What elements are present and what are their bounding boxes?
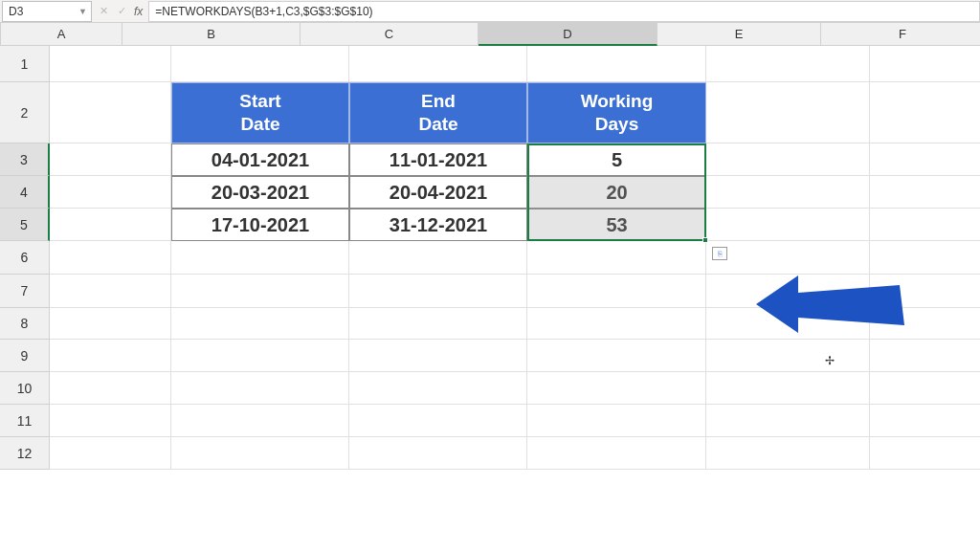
cell-F3[interactable] bbox=[870, 143, 980, 176]
cell-B12[interactable] bbox=[171, 437, 349, 470]
autofill-options-icon[interactable]: ⎘ bbox=[712, 247, 727, 260]
cell-E6[interactable] bbox=[706, 241, 870, 275]
spreadsheet-grid[interactable]: ABCDEF 123456789101112 Start DateEnd Dat… bbox=[0, 23, 980, 46]
cell-F7[interactable] bbox=[870, 275, 980, 308]
cell-D7[interactable] bbox=[527, 275, 706, 308]
cell-E3[interactable] bbox=[706, 143, 870, 176]
cell-F2[interactable] bbox=[870, 82, 980, 143]
formula-input[interactable]: =NETWORKDAYS(B3+1,C3,$G$3:$G$10) bbox=[148, 1, 980, 22]
cell-D11[interactable] bbox=[527, 405, 706, 437]
cell-E5[interactable] bbox=[706, 209, 870, 241]
row-header-6[interactable]: 6 bbox=[0, 241, 50, 275]
cell-end-date-4[interactable]: 20-04-2021 bbox=[349, 176, 527, 209]
cell-C1[interactable] bbox=[349, 46, 527, 82]
cell-D9[interactable] bbox=[527, 340, 706, 372]
col-header-C[interactable]: C bbox=[301, 23, 479, 46]
row-header-10[interactable]: 10 bbox=[0, 372, 50, 405]
row-header-1[interactable]: 1 bbox=[0, 46, 50, 82]
cell-E8[interactable] bbox=[706, 308, 870, 340]
header-working-days[interactable]: Working Days bbox=[527, 82, 706, 143]
cell-E9[interactable] bbox=[706, 340, 870, 372]
cell-E11[interactable] bbox=[706, 405, 870, 437]
cell-A5[interactable] bbox=[50, 209, 171, 241]
cell-A12[interactable] bbox=[50, 437, 171, 470]
cell-B11[interactable] bbox=[171, 405, 349, 437]
cell-F11[interactable] bbox=[870, 405, 980, 437]
row-header-5[interactable]: 5 bbox=[0, 209, 50, 241]
col-header-D[interactable]: D bbox=[479, 23, 657, 46]
row-header-2[interactable]: 2 bbox=[0, 82, 50, 143]
name-box-dropdown-icon[interactable]: ▼ bbox=[78, 7, 87, 16]
fill-handle[interactable] bbox=[702, 237, 708, 243]
cell-C9[interactable] bbox=[349, 340, 527, 372]
cell-end-date-5[interactable]: 31-12-2021 bbox=[349, 209, 527, 241]
col-header-B[interactable]: B bbox=[122, 23, 301, 46]
cell-B6[interactable] bbox=[171, 241, 349, 275]
cell-end-date-3[interactable]: 11-01-2021 bbox=[349, 143, 527, 176]
row-header-12[interactable]: 12 bbox=[0, 437, 50, 470]
cell-D10[interactable] bbox=[527, 372, 706, 405]
fx-icon[interactable]: fx bbox=[134, 5, 148, 18]
cell-B1[interactable] bbox=[171, 46, 349, 82]
cell-D1[interactable] bbox=[527, 46, 706, 82]
cell-D12[interactable] bbox=[527, 437, 706, 470]
cell-E10[interactable] bbox=[706, 372, 870, 405]
cell-A11[interactable] bbox=[50, 405, 171, 437]
cell-A2[interactable] bbox=[50, 82, 171, 143]
header-end-date[interactable]: End Date bbox=[349, 82, 527, 143]
cell-F10[interactable] bbox=[870, 372, 980, 405]
cell-E1[interactable] bbox=[706, 46, 870, 82]
cell-F1[interactable] bbox=[870, 46, 980, 82]
cell-A7[interactable] bbox=[50, 275, 171, 308]
cell-F8[interactable] bbox=[870, 308, 980, 340]
cell-F9[interactable] bbox=[870, 340, 980, 372]
cell-F4[interactable] bbox=[870, 176, 980, 209]
cell-C7[interactable] bbox=[349, 275, 527, 308]
formula-accept-icon[interactable]: ✓ bbox=[118, 5, 126, 17]
formula-cancel-icon[interactable]: ✕ bbox=[100, 5, 108, 17]
row-header-7[interactable]: 7 bbox=[0, 275, 50, 308]
col-header-A[interactable]: A bbox=[1, 23, 122, 46]
cell-C10[interactable] bbox=[349, 372, 527, 405]
cell-E7[interactable] bbox=[706, 275, 870, 308]
row-header-9[interactable]: 9 bbox=[0, 340, 50, 372]
cell-A4[interactable] bbox=[50, 176, 171, 209]
cell-working-days-4[interactable]: 20 bbox=[527, 176, 706, 209]
row-header-11[interactable]: 11 bbox=[0, 405, 50, 437]
row-header-3[interactable]: 3 bbox=[0, 143, 50, 176]
cell-A10[interactable] bbox=[50, 372, 171, 405]
cell-F12[interactable] bbox=[870, 437, 980, 470]
col-header-F[interactable]: F bbox=[821, 23, 980, 46]
cell-D6[interactable] bbox=[527, 241, 706, 275]
cell-E4[interactable] bbox=[706, 176, 870, 209]
cell-B8[interactable] bbox=[171, 308, 349, 340]
cell-E2[interactable] bbox=[706, 82, 870, 143]
cell-C8[interactable] bbox=[349, 308, 527, 340]
row-header-4[interactable]: 4 bbox=[0, 176, 50, 209]
cell-B7[interactable] bbox=[171, 275, 349, 308]
cell-C6[interactable] bbox=[349, 241, 527, 275]
cell-working-days-3[interactable]: 5 bbox=[527, 143, 706, 176]
cell-B10[interactable] bbox=[171, 372, 349, 405]
cell-F5[interactable] bbox=[870, 209, 980, 241]
cell-B9[interactable] bbox=[171, 340, 349, 372]
name-box[interactable]: D3 ▼ bbox=[2, 1, 92, 22]
cell-A8[interactable] bbox=[50, 308, 171, 340]
cell-A6[interactable] bbox=[50, 241, 171, 275]
cell-start-date-5[interactable]: 17-10-2021 bbox=[171, 209, 349, 241]
cell-start-date-3[interactable]: 04-01-2021 bbox=[171, 143, 349, 176]
cell-A3[interactable] bbox=[50, 143, 171, 176]
cell-working-days-5[interactable]: 53 bbox=[527, 209, 706, 241]
cell-start-date-4[interactable]: 20-03-2021 bbox=[171, 176, 349, 209]
cell-E12[interactable] bbox=[706, 437, 870, 470]
cell-D8[interactable] bbox=[527, 308, 706, 340]
cell-A9[interactable] bbox=[50, 340, 171, 372]
select-all-triangle[interactable] bbox=[0, 23, 1, 46]
cell-C11[interactable] bbox=[349, 405, 527, 437]
col-header-E[interactable]: E bbox=[657, 23, 821, 46]
header-start-date[interactable]: Start Date bbox=[171, 82, 349, 143]
cell-F6[interactable] bbox=[870, 241, 980, 275]
cell-A1[interactable] bbox=[50, 46, 171, 82]
row-header-8[interactable]: 8 bbox=[0, 308, 50, 340]
cell-C12[interactable] bbox=[349, 437, 527, 470]
